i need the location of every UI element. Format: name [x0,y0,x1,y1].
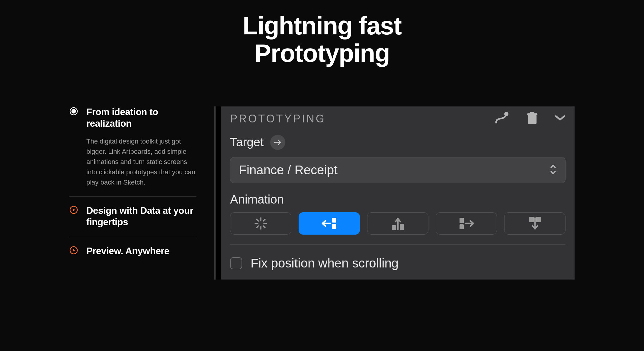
prototyping-panel: PROTOTYPING [221,106,575,280]
svg-line-15 [257,226,258,228]
panel-wrapper: PROTOTYPING [214,106,575,280]
animation-none-button[interactable] [230,212,291,235]
svg-point-4 [504,112,508,116]
slide-down-icon [528,216,542,231]
svg-line-12 [257,219,258,221]
stepper-arrows-icon [549,163,557,177]
svg-rect-19 [400,224,404,230]
feature-description: The digital design toolkit just got bigg… [86,136,196,188]
svg-rect-23 [536,217,541,222]
svg-rect-20 [460,218,464,223]
target-select-value: Finance / Receipt [239,163,338,177]
svg-line-14 [263,219,265,221]
play-circle-icon [69,246,78,255]
feature-item-ideation[interactable]: From ideation to realization The digital… [69,106,196,197]
panel-header: PROTOTYPING [230,112,566,126]
hero-line-2: Prototyping [0,40,644,67]
animation-slide-left-button[interactable] [299,212,360,235]
animation-slide-down-button[interactable] [504,212,566,235]
slide-left-icon [321,217,338,230]
chevron-down-icon[interactable] [555,115,566,123]
fix-position-checkbox[interactable] [230,257,242,269]
hero-title: Lightning fast Prototyping [0,0,644,67]
content-area: From ideation to realization The digital… [0,106,644,280]
svg-point-1 [72,109,76,113]
svg-rect-5 [528,115,537,124]
animation-slide-right-button[interactable] [436,212,497,235]
hero-line-1: Lightning fast [0,12,644,40]
link-curve-icon[interactable] [495,112,510,126]
play-circle-icon [69,206,78,214]
feature-list: From ideation to realization The digital… [69,106,196,280]
fix-position-label: Fix position when scrolling [251,256,399,270]
svg-line-13 [263,226,265,228]
svg-rect-18 [392,225,396,230]
svg-rect-7 [530,112,534,114]
animation-slide-up-button[interactable] [367,212,428,235]
feature-item-data[interactable]: Design with Data at your fingertips [69,197,196,237]
animation-buttons [230,212,566,245]
svg-rect-16 [332,218,336,223]
svg-rect-17 [332,224,336,229]
trash-icon[interactable] [527,112,538,126]
animation-label: Animation [230,193,566,206]
panel-header-icons [495,112,566,126]
target-select[interactable]: Finance / Receipt [230,157,566,183]
feature-item-preview[interactable]: Preview. Anywhere [69,237,196,266]
slide-up-icon [391,216,405,231]
feature-title: Preview. Anywhere [86,245,169,257]
feature-title: From ideation to realization [86,106,196,130]
arrow-right-icon [274,139,282,146]
radio-filled-icon [69,107,78,115]
target-label: Target [230,135,264,149]
svg-rect-22 [529,217,534,222]
slide-right-icon [458,217,475,230]
svg-rect-21 [460,224,464,229]
fix-position-row: Fix position when scrolling [230,256,566,270]
feature-title: Design with Data at your fingertips [86,205,196,229]
target-row: Target [230,135,566,150]
burst-icon [254,217,268,230]
panel-title: PROTOTYPING [230,112,326,125]
target-arrow-button[interactable] [270,135,285,150]
